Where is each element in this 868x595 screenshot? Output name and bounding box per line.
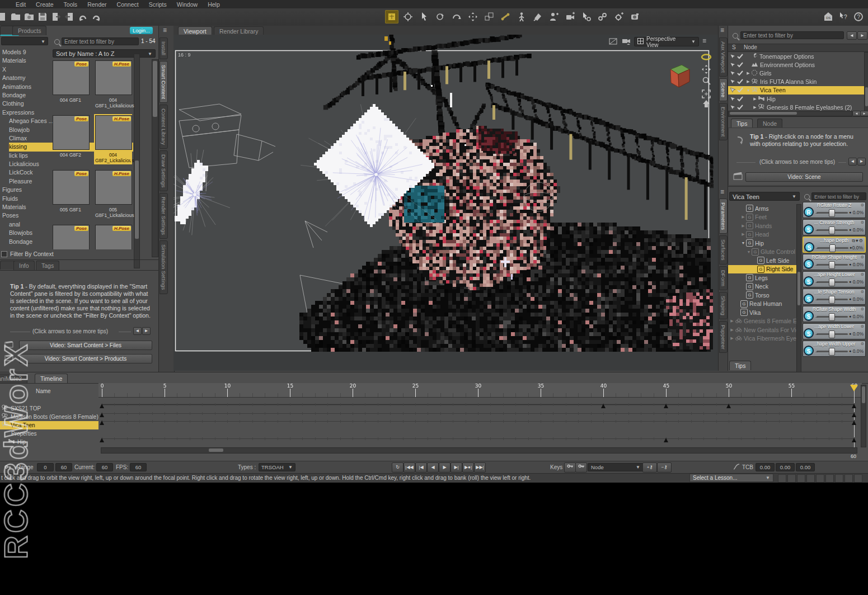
key-toggle-button2[interactable]	[575, 462, 587, 473]
content-thumbnail[interactable]: H.Pose	[95, 60, 132, 95]
viewport-canvas[interactable]	[173, 35, 718, 371]
prev-frame-button[interactable]: ◀	[427, 462, 439, 473]
timeline-row[interactable]: SXS21 TOP	[0, 404, 98, 413]
viewport[interactable]: 16 : 9 Perspective View ▼ ≡	[173, 35, 718, 371]
strip-tab-surfaces[interactable]: Surfaces	[719, 235, 728, 265]
parameters-node-selector[interactable]: Vica Teen▼	[729, 192, 800, 201]
lesson-button[interactable]	[825, 474, 834, 483]
rotate-pointer-button[interactable]	[434, 10, 447, 23]
next-tip-button[interactable]: ►	[857, 158, 866, 166]
filter-forward-button[interactable]: ►	[857, 31, 867, 40]
scene-node-row[interactable]: Environment Options	[728, 60, 864, 69]
parameter-value[interactable]: 0.0%	[853, 331, 864, 337]
parameter-slider[interactable]: ...hape Width Upper ⚙ ⧉♥⚙ S – ● 0.0%	[803, 341, 866, 357]
parameter-group-row[interactable]: ▶ New Genitals For Vict...	[728, 325, 796, 334]
expander-icon[interactable]: ▶	[740, 215, 746, 219]
menu-item[interactable]: Scripts	[149, 1, 167, 8]
node-select-active-button[interactable]	[385, 10, 398, 23]
parameter-group-row[interactable]: G Legs	[728, 273, 796, 282]
delete-key-button[interactable]: −⚷	[657, 462, 672, 473]
strip-tab-scene[interactable]: Scene	[719, 78, 728, 101]
timeline-row[interactable]: Properties	[0, 429, 98, 438]
add-key-button[interactable]: +⚷	[642, 462, 657, 473]
timeline-hscrollbar[interactable]	[101, 447, 857, 454]
lesson-button[interactable]	[806, 474, 815, 483]
tab-timeline[interactable]: Timeline	[35, 374, 68, 383]
content-item[interactable]: H.Pose 004 G8F2_Lickalicious	[95, 115, 131, 163]
parameter-group-row[interactable]: G Real Human	[728, 300, 796, 309]
video-smart-content-files-button[interactable]: Video: Smart Content > Files	[19, 341, 152, 350]
gear-icon[interactable]: ⚙	[861, 342, 864, 346]
current-frame-field[interactable]: 60	[96, 463, 113, 471]
folder-button[interactable]	[22, 10, 36, 23]
pointer-gear-button[interactable]	[580, 10, 593, 23]
tab-node[interactable]: Node	[757, 119, 782, 128]
slider-thumb[interactable]	[829, 348, 835, 356]
slider-thumb[interactable]	[829, 261, 835, 269]
scene-node-row[interactable]: ▼ Vica Teen	[728, 86, 864, 95]
expander-icon[interactable]: ▶	[745, 79, 751, 84]
category-scope-dropdown[interactable]: ▼	[1, 37, 48, 45]
select-lesson-dropdown[interactable]: Select a Lesson...▼	[689, 474, 773, 482]
parameter-value[interactable]: 0.0%	[853, 296, 864, 302]
key-toggle-button[interactable]	[564, 462, 576, 473]
video-smart-content-products-button[interactable]: Video: Smart Content > Products	[19, 354, 152, 363]
render-camera-button[interactable]	[628, 10, 642, 23]
universal-manipulator-button[interactable]	[401, 10, 415, 23]
scene-vscrollbar[interactable]	[864, 52, 868, 112]
parameter-group-row[interactable]: G Neck	[728, 282, 796, 291]
content-thumbnail[interactable]: Pose	[53, 60, 90, 95]
content-thumbnail[interactable]: Pose	[53, 225, 90, 249]
parameter-group-row[interactable]: G Torso	[728, 291, 796, 300]
timeline-row[interactable]: Hip	[0, 438, 98, 446]
parameter-group-row[interactable]: ▶ G Feet	[728, 213, 796, 222]
next-frame-button[interactable]: ▶|	[451, 462, 462, 473]
strip-tab-parameters[interactable]: Parameters	[719, 199, 728, 234]
expander-icon[interactable]: ▼	[745, 88, 751, 92]
lesson-button[interactable]	[835, 474, 843, 483]
slider-thumb[interactable]	[829, 278, 835, 286]
left-strip-tab[interactable]: Draw Settings	[159, 150, 168, 191]
expander-icon[interactable]: ▶	[740, 224, 746, 228]
expander-icon[interactable]: ▼	[746, 250, 752, 254]
parameter-slider[interactable]: RGlute Shape Width ⚙ ⧉♥⚙ S – ● 0.0%	[803, 306, 866, 322]
parameter-group-row[interactable]: ▶ Genesis 8 Female Eye...	[728, 317, 796, 326]
parameter-slider[interactable]: RGlute Shape Height ⚙ ⧉♥⚙ S – ● 0.0%	[803, 254, 866, 270]
range-start-field[interactable]: 0	[37, 463, 54, 471]
export-button[interactable]	[63, 10, 76, 23]
content-thumbnail[interactable]: H.Pose	[95, 225, 132, 249]
camera-selector-dropdown[interactable]: Perspective View ▼	[634, 37, 699, 46]
ik-chain-button[interactable]	[596, 10, 609, 23]
gear-icon[interactable]: ⚙	[861, 255, 864, 259]
strip-tab-shaping[interactable]: Shaping	[719, 292, 728, 319]
gear-add-button[interactable]	[612, 10, 626, 23]
content-item[interactable]: Pose 004 G8F2	[53, 115, 88, 163]
scrollbar-thumb[interactable]	[153, 61, 157, 117]
fps-field[interactable]: 60	[130, 463, 147, 471]
content-thumbnail[interactable]: H.Pose	[95, 115, 132, 150]
lesson-button[interactable]	[787, 474, 796, 483]
lesson-button[interactable]	[797, 474, 805, 483]
visibility-toggles[interactable]	[730, 62, 743, 68]
left-strip-tab[interactable]: Content Library	[159, 105, 168, 149]
content-item[interactable]: H.Pose 005 G8F1_Lickalicious	[95, 170, 131, 218]
parameter-slider[interactable]: RGlute Rotate Z ⚙ ⧉♥⚙ R – ● 0.0%	[803, 202, 866, 218]
gear-icon[interactable]: ⚙	[861, 290, 864, 294]
skip-end-button[interactable]: ▶▶|	[474, 462, 486, 473]
folder-open-button[interactable]	[9, 10, 22, 23]
expander-icon[interactable]: ▶	[752, 97, 758, 101]
content-item[interactable]: Pose 004 G8F1	[53, 60, 88, 108]
left-strip-tab[interactable]: Install	[159, 37, 168, 59]
content-item[interactable]: Pose 005 G8F1	[53, 170, 88, 218]
parameter-group-row[interactable]: G Left Side	[728, 256, 796, 265]
scene-col-node[interactable]: Node	[744, 44, 757, 50]
parameter-group-row[interactable]: ▼ G Glute Control	[728, 248, 796, 257]
prev-key-button[interactable]: |◀	[415, 462, 427, 473]
prev-tip-button[interactable]: ◄	[133, 327, 142, 335]
content-thumbnail[interactable]: Pose	[53, 115, 90, 150]
scene-filter-input[interactable]: Enter text to filter by	[740, 31, 844, 39]
pane-menu-icon[interactable]: ≡	[720, 27, 724, 33]
parameter-value[interactable]: 0.0%	[853, 348, 864, 354]
left-strip-tab[interactable]: Render Settings	[159, 193, 168, 239]
parameter-group-row[interactable]: ▶ Vica Fibermesh Eyebr...	[728, 334, 796, 343]
